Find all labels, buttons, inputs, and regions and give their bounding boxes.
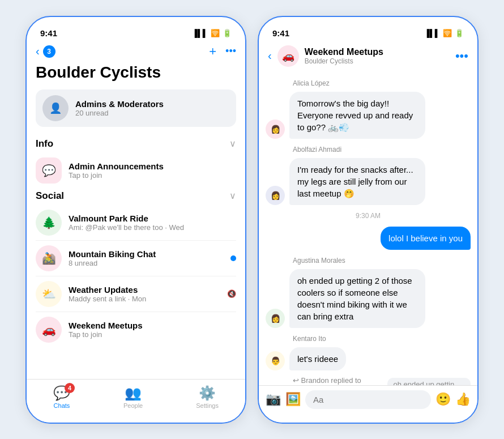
message-input[interactable] (305, 390, 431, 409)
announcement-item[interactable]: 💬 Admin Announcements Tap to join (36, 153, 236, 188)
right-phone: 9:41 ▐▌▌ 🛜 🔋 ‹ 🚗 Weekend Meetups Boulder… (258, 16, 479, 424)
signal-icons-right: ▐▌▌ 🛜 🔋 (424, 29, 464, 37)
message-avatar: 👩 (266, 186, 285, 205)
group-sub: Boulder Cyclists (305, 57, 450, 65)
page-title: Boulder Cyclists (27, 63, 245, 82)
back-button-right[interactable]: ‹ (268, 49, 272, 62)
nav-item-chats[interactable]: 💬 4 Chats (53, 385, 70, 409)
left-phone: 9:41 ▐▌▌ 🛜 🔋 ‹ 3 + ••• Boulder Cyclists … (25, 16, 246, 424)
message-row: 👨 let's rideee (266, 347, 471, 370)
admin-avatar: 👤 (42, 95, 69, 121)
list-item[interactable]: ⛅ Weather Updates Maddy sent a link · Mo… (36, 276, 236, 312)
wifi-icon: 🛜 (211, 29, 220, 37)
social-section-header: Social ∨ (27, 188, 245, 205)
emoji-icon[interactable]: 🙂 (435, 392, 451, 407)
chat-name: Weekend Meetups (69, 321, 236, 330)
group-name: Weekend Meetups (305, 47, 450, 57)
message-avatar: 👩 (266, 309, 285, 328)
chat-info: Weekend Meetups Tap to join (69, 321, 236, 339)
social-chevron-icon[interactable]: ∨ (229, 190, 236, 201)
announcement-avatar: 💬 (36, 157, 62, 184)
chat-info: Valmount Park Ride Ami: @Pak we'll be th… (69, 214, 236, 232)
list-item[interactable]: 🚵 Mountain Biking Chat 8 unread (36, 241, 236, 276)
chat-sub: 8 unread (69, 259, 224, 267)
photo-icon[interactable]: 🖼️ (285, 392, 301, 407)
nav-item-people[interactable]: 👥 People (123, 385, 143, 409)
chat-name: Mountain Biking Chat (69, 249, 224, 259)
chat-avatar: 🌲 (36, 210, 62, 236)
chat-name: Valmount Park Ride (69, 214, 236, 223)
chat-avatar: ⛅ (36, 281, 62, 307)
admin-sub: 20 unread (75, 109, 164, 117)
message-bubble: Tomorrow's the big day!! Everyone revved… (289, 92, 425, 139)
time-right: 9:41 (272, 28, 289, 38)
chat-meta (230, 255, 236, 261)
signal-icon-r: ▐▌▌ (424, 29, 440, 37)
chat-sub: Ami: @Pak we'll be there too · Wed (69, 223, 236, 232)
bottom-nav: 💬 4 Chats 👥 People ⚙️ Settings (27, 379, 245, 423)
more-button[interactable]: ••• (225, 45, 236, 57)
social-label: Social (36, 190, 64, 202)
people-label: People (123, 402, 143, 409)
list-item[interactable]: 🚗 Weekend Meetups Tap to join (36, 312, 236, 347)
signal-icon: ▐▌▌ (192, 29, 208, 37)
chat-info: Weather Updates Maddy sent a link · Mon (69, 285, 220, 303)
message-row: 👩 oh ended up getting 2 of those coolers… (266, 269, 471, 328)
admin-text: Admins & Moderators 20 unread (75, 99, 164, 117)
chat-sub: Tap to join (69, 330, 236, 339)
input-bar: 📷 🖼️ 🙂 👍 (259, 385, 477, 423)
info-chevron-icon[interactable]: ∨ (229, 138, 236, 149)
chat-sub: Maddy sent a link · Mon (69, 295, 220, 303)
battery-icon-r: 🔋 (455, 29, 464, 37)
message-avatar: 👩 (266, 120, 285, 139)
chat-avatar: 🚗 (36, 317, 62, 343)
sender-label: Alicia López (293, 79, 471, 87)
mute-icon: 🔇 (227, 289, 236, 298)
announcement-sub: Tap to join (69, 171, 236, 180)
sender-label: Agustina Morales (293, 257, 471, 265)
chats-badge: 4 (65, 383, 75, 393)
admin-section: 👤 Admins & Moderators 20 unread (27, 89, 245, 127)
left-header: ‹ 3 + ••• (27, 42, 245, 63)
status-bar-right: 9:41 ▐▌▌ 🛜 🔋 (259, 17, 477, 42)
time-left: 9:41 (40, 28, 57, 38)
status-bar-left: 9:41 ▐▌▌ 🛜 🔋 (27, 17, 245, 42)
admin-item[interactable]: 👤 Admins & Moderators 20 unread (36, 89, 236, 127)
right-phone-content: 9:41 ▐▌▌ 🛜 🔋 ‹ 🚗 Weekend Meetups Boulder… (259, 17, 477, 423)
group-avatar: 🚗 (277, 45, 299, 67)
info-label: Info (36, 138, 53, 150)
social-chat-list: 🌲 Valmount Park Ride Ami: @Pak we'll be … (27, 205, 245, 347)
message-bubble: lolol I believe in you (381, 227, 471, 250)
back-badge: 3 (43, 45, 55, 58)
chat-name: Weather Updates (69, 285, 220, 295)
message-row: 👩 Tomorrow's the big day!! Everyone revv… (266, 92, 471, 139)
group-info: Weekend Meetups Boulder Cyclists (305, 47, 450, 65)
signal-icons-left: ▐▌▌ 🛜 🔋 (192, 29, 232, 37)
settings-icon: ⚙️ (199, 385, 216, 401)
message-bubble: oh ended up getting 2 of those coolers s… (289, 269, 425, 328)
wifi-icon-r: 🛜 (443, 29, 452, 37)
list-item[interactable]: 🌲 Valmount Park Ride Ami: @Pak we'll be … (36, 205, 236, 241)
more-button-right[interactable]: ••• (455, 49, 468, 63)
add-button[interactable]: + (209, 44, 216, 59)
chats-label: Chats (54, 402, 70, 409)
back-chevron-icon[interactable]: ‹ (36, 45, 40, 58)
admin-name: Admins & Moderators (75, 99, 164, 109)
message-bubble: let's rideee (289, 347, 346, 370)
time-separator: 9:30 AM (266, 212, 471, 220)
info-list: 💬 Admin Announcements Tap to join (27, 153, 245, 188)
chat-meta: 🔇 (227, 289, 236, 298)
message-avatar: 👨 (266, 351, 285, 370)
announcement-info: Admin Announcements Tap to join (69, 161, 236, 180)
back-area[interactable]: ‹ 3 (36, 45, 55, 58)
nav-item-settings[interactable]: ⚙️ Settings (196, 385, 219, 409)
message-bubble: I'm ready for the snacks after... my leg… (289, 158, 425, 205)
like-icon[interactable]: 👍 (455, 392, 471, 407)
messages-area: Alicia López 👩 Tomorrow's the big day!! … (259, 71, 477, 423)
chat-info: Mountain Biking Chat 8 unread (69, 249, 224, 267)
message-row-outgoing: lolol I believe in you (266, 227, 471, 250)
chats-icon: 💬 4 (53, 385, 70, 401)
chat-avatar: 🚵 (36, 245, 62, 271)
right-header: ‹ 🚗 Weekend Meetups Boulder Cyclists ••• (259, 42, 477, 71)
camera-icon[interactable]: 📷 (266, 392, 281, 407)
